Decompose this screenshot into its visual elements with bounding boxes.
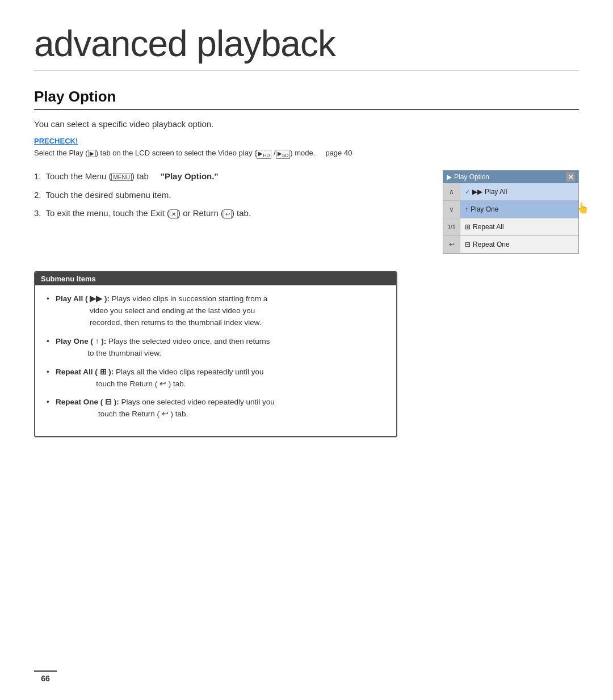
submenu-play-all-bold: Play All ( ▶▶ ): [56,294,110,303]
main-title: advanced playback [34,23,579,71]
panel-row-play-all[interactable]: ∧ ✓ ▶▶ Play All [443,183,578,201]
panel-row-play-one[interactable]: ∨ ↑ Play One [443,201,578,218]
repeat-all-icon: ⊞ [465,223,471,231]
menu-icon: MENU [111,174,131,181]
check-icon: ✓ [465,188,470,196]
step-1: 1. Touch the Menu (MENU) tab "Play Optio… [34,170,426,183]
steps-column: 1. Touch the Menu (MENU) tab "Play Optio… [34,170,426,226]
panel-content-play-one: ↑ Play One [460,203,503,216]
play-option-panel: ▶ Play Option ✕ ∧ ✓ ▶▶ Play All ∨ [443,170,579,254]
repeat-one-icon: ⊟ [465,241,471,248]
panel-content-repeat-all: ⊞ Repeat All [460,221,509,233]
submenu-box: Submenu items Play All ( ▶▶ ): Plays vid… [34,271,397,437]
content-row: 1. Touch the Menu (MENU) tab "Play Optio… [34,170,579,254]
video-hd-icon: ▶HD [257,150,271,159]
exit-icon: ✕ [170,209,178,219]
panel-play-icon: ▶ [447,173,452,181]
panel-title-text: Play Option [454,173,489,181]
submenu-play-one-bold: Play One ( ↑ ): [56,337,106,345]
page-container: advanced playback Play Option You can se… [0,0,613,471]
panel-row-repeat-all[interactable]: 1/1 ⊞ Repeat All [443,218,578,236]
return-icon: ↩ [224,209,232,219]
panel-nav-counter[interactable]: 1/1 [443,218,460,235]
submenu-box-title: Submenu items [35,272,396,285]
panel-title: ▶ Play Option [447,173,489,181]
step-3: 3. To exit the menu, touch the Exit (✕) … [34,207,426,220]
panel-content-play-all: ✓ ▶▶ Play All [460,185,511,198]
repeat-one-label: Repeat One [473,241,510,248]
precheck-label: PRECHECK! [34,137,579,145]
submenu-repeat-all-bold: Repeat All ( ⊞ ): [56,368,114,376]
panel-close-button[interactable]: ✕ [566,172,575,182]
play-one-label: Play One [471,205,498,213]
submenu-item-play-one: Play One ( ↑ ): Plays the selected video… [47,336,385,360]
play-all-icon: ▶▶ [472,188,482,196]
section-title: Play Option [34,88,579,110]
play-all-label: Play All [485,188,507,196]
submenu-item-repeat-one: Repeat One ( ⊟ ): Plays one selected vid… [47,397,385,420]
panel-nav-up[interactable]: ∧ [443,183,460,200]
submenu-repeat-one-bold: Repeat One ( ⊟ ): [56,398,119,406]
play-tab-icon: ▶ [88,150,96,157]
intro-text: You can select a specific video playback… [34,119,579,129]
precheck-text: Select the Play (▶) tab on the LCD scree… [34,149,579,159]
panel-header: ▶ Play Option ✕ [443,171,578,183]
panel-nav-return[interactable]: ↩ [443,236,460,253]
play-one-icon: ↑ [465,205,468,213]
repeat-all-label: Repeat All [473,223,504,231]
panel-content-repeat-one: ⊟ Repeat One [460,238,514,251]
submenu-item-play-all: Play All ( ▶▶ ): Plays video clips in su… [47,293,385,329]
video-sd-icon: ▶SD [276,150,291,159]
submenu-item-repeat-all: Repeat All ( ⊞ ): Plays all the video cl… [47,366,385,390]
ui-panel-column: ▶ Play Option ✕ ∧ ✓ ▶▶ Play All ∨ [443,170,579,254]
step-1-bold: "Play Option." [161,171,219,181]
panel-nav-down[interactable]: ∨ [443,201,460,218]
panel-row-repeat-one[interactable]: ↩ ⊟ Repeat One [443,236,578,254]
step-2: 2. Touch the desired submenu item. [34,189,426,202]
page-number: 66 [34,671,57,683]
